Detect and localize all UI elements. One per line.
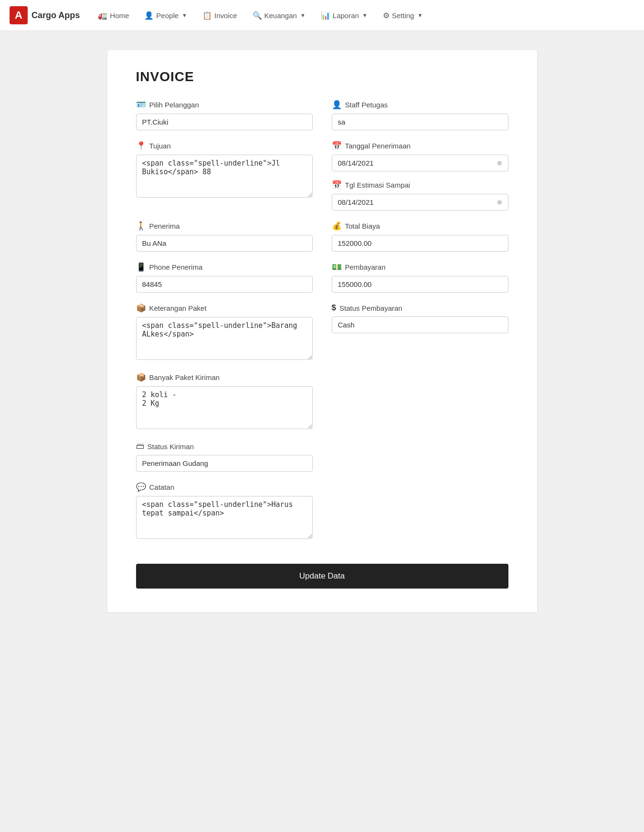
status-pembayaran-input[interactable] [332,316,508,333]
form-group-keterangan-paket: 📦 Keterangan Paket <span class="spell-un… [136,303,313,362]
phone-penerima-icon: 📱 [136,262,146,272]
phone-penerima-label-text: Phone Penerima [149,263,203,271]
form-group-tgl-estimasi-sampai: 📅 Tgl Estimasi Sampai 08/14/2021 ⊗ [332,180,508,211]
staff-petugas-icon: 👤 [332,100,342,110]
tgl-estimasi-icon: 📅 [332,180,342,190]
nav-keuangan-label: Keuangan [264,11,297,20]
status-kiriman-input[interactable] [136,455,313,472]
tgl-estimasi-clear[interactable]: ⊗ [497,199,502,206]
total-biaya-input[interactable] [332,235,508,252]
form-row-6: 📦 Banyak Paket Kiriman 2 koli - 2 Kg [136,372,508,440]
form-group-tujuan: 📍 Tujuan <span class="spell-underline">J… [136,141,313,211]
pembayaran-label-text: Pembayaran [345,263,386,271]
status-kiriman-label-text: Status Kiriman [148,442,194,451]
total-biaya-label-text: Total Biaya [345,222,380,230]
label-status-pembayaran: $ Status Pembayaran [332,303,508,313]
form-row-4: 📱 Phone Penerima 💵 Pembayaran [136,262,508,301]
keterangan-paket-label-text: Keterangan Paket [149,304,207,312]
pilih-pelanggan-icon: 🪪 [136,100,146,110]
banyak-paket-label-text: Banyak Paket Kiriman [149,373,220,381]
penerima-icon: 🚶 [136,221,146,231]
keterangan-paket-textarea[interactable]: <span class="spell-underline">Barang ALk… [136,317,313,360]
brand-logo-link[interactable]: A Cargo Apps [10,6,80,24]
form-row-6-right-empty [332,372,508,440]
tgl-estimasi-sampai-date[interactable]: 08/14/2021 ⊗ [332,194,508,211]
form-row-7: 🗃 Status Kiriman [136,442,508,480]
penerima-input[interactable] [136,235,313,252]
brand-logo-letter: A [15,9,22,21]
banyak-paket-icon: 📦 [136,372,146,382]
pembayaran-input[interactable] [332,276,508,293]
nav-people[interactable]: 👤 People ▼ [137,7,194,24]
laporan-dropdown-arrow: ▼ [362,12,368,18]
phone-penerima-input[interactable] [136,276,313,293]
nav-invoice-label: Invoice [214,11,237,20]
tujuan-textarea[interactable]: <span class="spell-underline">Jl Bukiso<… [136,155,313,198]
form-row-5: 📦 Keterangan Paket <span class="spell-un… [136,303,508,370]
people-icon: 👤 [144,11,154,20]
keuangan-icon: 🔍 [253,11,262,20]
main-content: INVOICE 🪪 Pilih Pelanggan 👤 Staff Petuga… [0,31,644,632]
form-row-8-right-empty [332,482,508,549]
tgl-estimasi-sampai-value: 08/14/2021 [338,198,374,206]
label-tanggal-penerimaan: 📅 Tanggal Penerimaan [332,141,508,151]
form-card: INVOICE 🪪 Pilih Pelanggan 👤 Staff Petuga… [107,50,537,612]
nav-home[interactable]: 🚛 Home [91,7,136,24]
tanggal-penerimaan-value: 08/14/2021 [338,159,374,167]
nav-keuangan[interactable]: 🔍 Keuangan ▼ [246,7,312,24]
tanggal-penerimaan-label-text: Tanggal Penerimaan [345,142,411,150]
label-pilih-pelanggan: 🪪 Pilih Pelanggan [136,100,313,110]
setting-icon: ⚙ [383,11,390,20]
pilih-pelanggan-label-text: Pilih Pelanggan [149,101,199,109]
staff-petugas-label-text: Staff Petugas [345,101,388,109]
form-group-pembayaran: 💵 Pembayaran [332,262,508,293]
setting-dropdown-arrow: ▼ [417,12,422,18]
catatan-icon: 💬 [136,482,146,492]
label-banyak-paket: 📦 Banyak Paket Kiriman [136,372,313,382]
keuangan-dropdown-arrow: ▼ [300,12,306,18]
tanggal-penerimaan-icon: 📅 [332,141,342,151]
label-staff-petugas: 👤 Staff Petugas [332,100,508,110]
label-tgl-estimasi-sampai: 📅 Tgl Estimasi Sampai [332,180,508,190]
nav-setting-label: Setting [392,11,414,20]
catatan-textarea[interactable]: <span class="spell-underline">Harus tepa… [136,496,313,539]
nav-people-label: People [156,11,179,20]
brand-logo: A [10,6,28,24]
penerima-label-text: Penerima [149,222,180,230]
tujuan-icon: 📍 [136,141,146,151]
form-group-total-biaya: 💰 Total Biaya [332,221,508,252]
staff-petugas-input[interactable] [332,114,508,130]
home-icon: 🚛 [98,11,107,20]
label-catatan: 💬 Catatan [136,482,313,492]
form-row-2: 📍 Tujuan <span class="spell-underline">J… [136,141,508,219]
form-col-right-1: 📅 Tanggal Penerimaan 08/14/2021 ⊗ 📅 Tgl … [332,141,508,219]
update-data-button[interactable]: Update Data [136,564,508,589]
catatan-label-text: Catatan [149,483,175,491]
form-group-penerima: 🚶 Penerima [136,221,313,252]
tanggal-penerimaan-clear[interactable]: ⊗ [497,159,502,167]
form-row-7-right-empty [332,442,508,480]
form-row-8: 💬 Catatan <span class="spell-underline">… [136,482,508,549]
label-penerima: 🚶 Penerima [136,221,313,231]
nav-invoice[interactable]: 📋 Invoice [196,7,244,24]
form-row-1: 🪪 Pilih Pelanggan 👤 Staff Petugas [136,100,508,139]
tujuan-label-text: Tujuan [149,142,171,150]
form-group-catatan: 💬 Catatan <span class="spell-underline">… [136,482,313,541]
tanggal-penerimaan-date[interactable]: 08/14/2021 ⊗ [332,155,508,171]
form-group-status-kiriman: 🗃 Status Kiriman [136,442,313,472]
label-keterangan-paket: 📦 Keterangan Paket [136,303,313,313]
nav-laporan-label: Laporan [333,11,359,20]
form-row-3: 🚶 Penerima 💰 Total Biaya [136,221,508,260]
status-kiriman-icon: 🗃 [136,442,144,451]
form-group-status-pembayaran: $ Status Pembayaran [332,303,508,362]
form-group-banyak-paket: 📦 Banyak Paket Kiriman 2 koli - 2 Kg [136,372,313,431]
keterangan-paket-icon: 📦 [136,303,146,313]
pilih-pelanggan-input[interactable] [136,114,313,130]
invoice-icon: 📋 [202,11,212,20]
nav-setting[interactable]: ⚙ Setting ▼ [376,7,430,24]
laporan-icon: 📊 [321,11,330,20]
banyak-paket-textarea[interactable]: 2 koli - 2 Kg [136,386,313,429]
label-phone-penerima: 📱 Phone Penerima [136,262,313,272]
pembayaran-icon: 💵 [332,262,342,272]
nav-laporan[interactable]: 📊 Laporan ▼ [314,7,374,24]
